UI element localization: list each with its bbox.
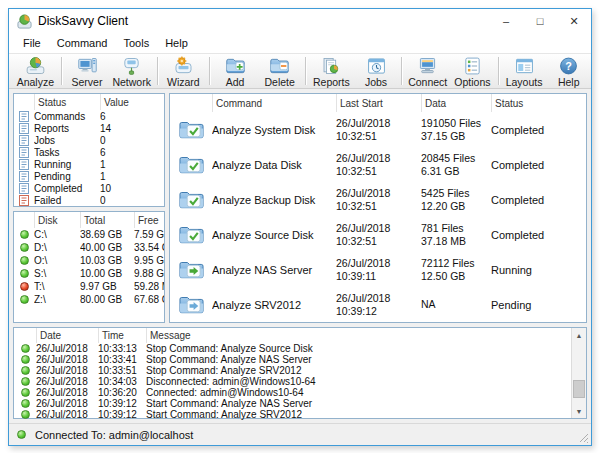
last-start-col-header[interactable]: Last Start xyxy=(336,94,421,112)
menu-help[interactable]: Help xyxy=(157,35,196,51)
status-row[interactable]: Jobs 0 xyxy=(14,134,164,146)
command-data: 191050 Files37.15 GB xyxy=(421,117,491,143)
connect-button[interactable]: Connect xyxy=(405,54,450,88)
log-vertical-scrollbar[interactable]: ▲ ▼ xyxy=(571,328,586,418)
log-row[interactable]: 26/Jul/2018 10:39:12 Start Command: Anal… xyxy=(14,409,586,420)
connection-status-text: Connected To: admin@localhost xyxy=(35,429,193,441)
free-col-header[interactable]: Free xyxy=(134,212,164,228)
layouts-button[interactable]: Layouts xyxy=(502,54,547,88)
status-row[interactable]: Commands 6 xyxy=(14,110,164,122)
log-row[interactable]: 26/Jul/2018 10:33:51 Stop Command: Analy… xyxy=(14,365,586,376)
log-date: 26/Jul/2018 xyxy=(36,387,98,398)
disk-row[interactable]: O:\ 10.03 GB 9.95 GB xyxy=(14,254,164,267)
command-status-icon xyxy=(170,260,212,280)
command-row[interactable]: Analyze NAS Server 26/Jul/201810:39:11 7… xyxy=(170,252,586,287)
disk-row[interactable]: D:\ 40.00 GB 33.54 GB xyxy=(14,241,164,254)
command-status-icon xyxy=(170,155,212,175)
delete-button[interactable]: Delete xyxy=(257,54,302,88)
log-row[interactable]: 26/Jul/2018 10:34:03 Disconnected: admin… xyxy=(14,376,586,387)
disk-row[interactable]: T:\ 9.97 GB 59.28 MB xyxy=(14,280,164,293)
status-row[interactable]: Running 1 xyxy=(14,158,164,170)
status-value: 1 xyxy=(100,159,164,170)
log-message: Start Command: Analyze NAS Server xyxy=(146,398,586,409)
log-status-led-icon xyxy=(21,377,30,386)
add-folder-icon xyxy=(225,56,246,76)
command-last-start: 26/Jul/201810:32:51 xyxy=(336,187,421,213)
disk-letter: C:\ xyxy=(34,229,80,240)
status-row[interactable]: Completed 10 xyxy=(14,182,164,194)
status-col-header[interactable]: Status xyxy=(34,94,100,110)
scroll-up-arrow-icon[interactable]: ▲ xyxy=(572,328,586,342)
toolbar-separator xyxy=(401,57,402,85)
options-button[interactable]: Options xyxy=(450,54,495,88)
wizard-button[interactable]: Wizard xyxy=(161,54,206,88)
disk-panel-header: Disk Total Free xyxy=(14,212,164,228)
log-message: Stop Command: Analyze NAS Server xyxy=(146,354,586,365)
command-row[interactable]: Analyze Source Disk 26/Jul/201810:32:51 … xyxy=(170,217,586,252)
log-date: 26/Jul/2018 xyxy=(36,398,98,409)
disk-total: 10.03 GB xyxy=(80,255,134,266)
reports-button[interactable]: Reports xyxy=(309,54,354,88)
log-row[interactable]: 26/Jul/2018 10:39:12 Start Command: Anal… xyxy=(14,398,586,409)
status-row[interactable]: Reports 14 xyxy=(14,122,164,134)
time-col-header[interactable]: Time xyxy=(98,328,146,343)
log-row[interactable]: 26/Jul/2018 10:36:20 Connected: admin@Wi… xyxy=(14,387,586,398)
analyze-button[interactable]: Analyze xyxy=(13,54,58,88)
scrollbar-thumb[interactable] xyxy=(573,380,585,398)
disk-col-header[interactable]: Disk xyxy=(34,212,80,228)
data-col-header[interactable]: Data xyxy=(421,94,491,112)
server-label: Server xyxy=(72,77,103,87)
add-button[interactable]: Add xyxy=(213,54,258,88)
status-row[interactable]: Failed 0 xyxy=(14,194,164,206)
disk-status-led-icon xyxy=(20,295,29,304)
disk-total: 10.00 GB xyxy=(80,268,134,279)
disk-letter: T:\ xyxy=(34,281,80,292)
help-button[interactable]: ? Help xyxy=(546,54,591,88)
log-row[interactable]: 26/Jul/2018 10:33:13 Stop Command: Analy… xyxy=(14,343,586,354)
toolbar-separator xyxy=(61,57,62,85)
status-row[interactable]: Tasks 6 xyxy=(14,146,164,158)
maximize-button[interactable]: □ xyxy=(523,9,557,33)
server-button[interactable]: Server xyxy=(65,54,110,88)
menu-command[interactable]: Command xyxy=(49,35,116,51)
disk-status-led-icon xyxy=(20,269,29,278)
log-row[interactable]: 26/Jul/2018 10:33:41 Stop Command: Analy… xyxy=(14,354,586,365)
total-col-header[interactable]: Total xyxy=(80,212,134,228)
network-button[interactable]: Network xyxy=(109,54,154,88)
disk-free: 9.95 GB xyxy=(134,255,164,266)
date-col-header[interactable]: Date xyxy=(36,328,98,343)
disk-row[interactable]: S:\ 10.00 GB 9.88 GB xyxy=(14,267,164,280)
server-icon xyxy=(77,56,98,76)
status-row[interactable]: Pending 1 xyxy=(14,170,164,182)
status-value: 14 xyxy=(100,123,164,134)
status-value: 0 xyxy=(100,135,164,146)
menu-bar: File Command Tools Help xyxy=(9,33,591,53)
disk-row[interactable]: Z:\ 80.00 GB 67.68 GB xyxy=(14,293,164,306)
connection-led-icon xyxy=(17,430,26,439)
command-row[interactable]: Analyze Data Disk 26/Jul/201810:32:51 20… xyxy=(170,147,586,182)
disk-letter: O:\ xyxy=(34,255,80,266)
close-button[interactable]: ✕ xyxy=(557,9,591,33)
menu-tools[interactable]: Tools xyxy=(115,35,157,51)
layouts-icon xyxy=(514,56,535,76)
document-icon xyxy=(14,147,34,158)
minimize-button[interactable]: – xyxy=(489,9,523,33)
options-icon xyxy=(462,56,483,76)
resize-grip[interactable] xyxy=(577,431,589,443)
command-row[interactable]: Analyze SRV2012 26/Jul/201810:39:12 NA P… xyxy=(170,287,586,322)
wizard-label: Wizard xyxy=(167,77,200,87)
status-col-header[interactable]: Status xyxy=(491,94,586,112)
status-value: 6 xyxy=(100,147,164,158)
jobs-button[interactable]: Jobs xyxy=(354,54,399,88)
disk-row[interactable]: C:\ 38.69 GB 7.59 GB xyxy=(14,228,164,241)
value-col-header[interactable]: Value xyxy=(100,94,164,110)
log-time: 10:39:12 xyxy=(98,398,146,409)
scroll-down-arrow-icon[interactable]: ▼ xyxy=(572,404,586,418)
command-row[interactable]: Analyze Backup Disk 26/Jul/201810:32:51 … xyxy=(170,182,586,217)
status-label: Completed xyxy=(34,183,100,194)
command-col-header[interactable]: Command xyxy=(212,94,336,112)
menu-file[interactable]: File xyxy=(15,35,49,51)
command-name: Analyze SRV2012 xyxy=(212,299,336,311)
command-row[interactable]: Analyze System Disk 26/Jul/201810:32:51 … xyxy=(170,112,586,147)
message-col-header[interactable]: Message xyxy=(146,328,571,343)
